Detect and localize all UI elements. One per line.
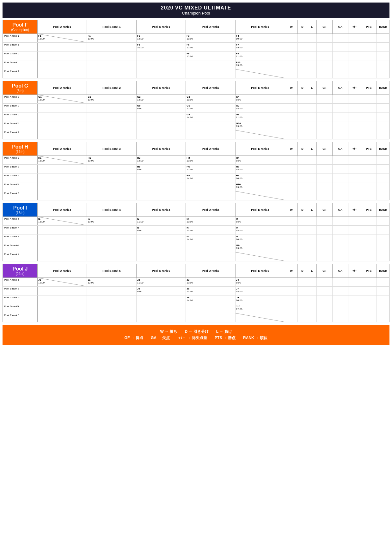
- stat-cell-2-2: [307, 52, 317, 60]
- stat-cell-1-7: [377, 165, 389, 173]
- stat-cell-4-7: [377, 69, 389, 78]
- stat-cell-2-0: [285, 174, 298, 182]
- footer-bar: W → 勝ち D → 引き分け L → 負け GF → 得点 GA → 失点 ＋…: [3, 325, 389, 345]
- team-bracket-2: I814:00I910:00: [38, 234, 285, 243]
- pool-pool_h-stat-headers: WDLGFGA+/−PTSRANK: [285, 142, 389, 155]
- stat-cell-2-1: [298, 52, 307, 60]
- col-header-3: Pool D rank3: [186, 142, 235, 155]
- bracket-cell-0-1: G113:00: [87, 95, 136, 103]
- pool-pool_h-col-headers: Pool A rank 3Pool B rank 3Pool C rank 3P…: [38, 142, 285, 155]
- stat-cell-1-1: [298, 287, 307, 295]
- stat-cell-1-0: [285, 226, 298, 234]
- bracket-cell-1-0: [38, 226, 87, 234]
- bracket-cell-4-2: [137, 252, 186, 261]
- stat-cell-1-6: [361, 43, 377, 51]
- team-label-4: Pool E rank 5: [3, 313, 38, 322]
- team-label-2: Pool C rank 2: [3, 113, 38, 121]
- bracket-cell-1-3: H612:00: [186, 165, 235, 173]
- col-header-4: Pool E rank 3: [236, 142, 285, 155]
- team-stats-2: [285, 295, 389, 304]
- stat-cell-0-4: [333, 278, 348, 286]
- stat-header-pts: PTS: [361, 264, 377, 277]
- stat-cell-0-4: [333, 156, 348, 164]
- bracket-cell-4-0: [38, 313, 87, 322]
- pool-rank: (16th): [15, 211, 25, 215]
- stat-cell-4-7: [377, 191, 389, 200]
- bracket-cell-2-0: [38, 113, 87, 121]
- pool-pool_i-team-rows: Pool A rank 4I113:00I113:00I211:00I310:0…: [3, 217, 389, 261]
- stat-cell-1-6: [361, 287, 377, 295]
- bracket-cell-4-1: [87, 69, 136, 78]
- stat-cell-1-5: [348, 226, 361, 234]
- pool-pool_j-team-rows: Pool A rank 5J112:00J112:00J211:00J310:0…: [3, 278, 389, 322]
- stat-cell-3-0: [285, 182, 298, 191]
- stat-header-d: D: [298, 203, 307, 216]
- stat-header-ga: GA: [333, 81, 348, 94]
- bracket-cell-4-3: [186, 69, 235, 78]
- svg-line-9: [236, 313, 285, 322]
- stat-cell-1-3: [317, 226, 333, 234]
- bracket-cell-4-4: [236, 69, 285, 78]
- bracket-cell-1-2: J59:00: [137, 287, 186, 295]
- bracket-cell-3-3: [186, 304, 235, 313]
- bracket-cell-4-1: [87, 252, 136, 261]
- col-header-4: Pool E rank 4: [236, 203, 285, 216]
- stat-cell-0-2: [307, 217, 317, 225]
- stat-cell-2-2: [307, 174, 317, 182]
- team-row-3: Pool D rank1F1013:00: [3, 60, 389, 69]
- stat-cell-1-1: [298, 226, 307, 234]
- bracket-cell-4-0: [38, 191, 87, 200]
- bracket-cell-2-2: [137, 174, 186, 182]
- stat-cell-1-0: [285, 43, 298, 51]
- stat-cell-1-4: [333, 165, 348, 173]
- stat-header-l: L: [307, 20, 317, 33]
- team-stats-2: [285, 113, 389, 121]
- team-label-2: Pool C rank 5: [3, 295, 38, 304]
- stat-cell-1-2: [307, 43, 317, 51]
- team-label-4: Pool E rank 2: [3, 130, 38, 139]
- stat-cell-2-7: [377, 52, 389, 60]
- stat-cell-4-0: [285, 313, 298, 322]
- stat-cell-4-0: [285, 191, 298, 200]
- team-label-0: Pool A rank 5: [3, 278, 38, 286]
- bracket-cell-4-3: [186, 130, 235, 139]
- bracket-cell-4-4: [236, 252, 285, 261]
- stat-cell-1-7: [377, 104, 389, 112]
- team-bracket-4: [38, 130, 285, 139]
- pool-name: Pool F: [12, 22, 28, 28]
- stat-header-w: W: [285, 264, 298, 277]
- bracket-cell-3-1: [87, 304, 136, 313]
- bracket-cell-0-1: J112:00: [87, 278, 136, 286]
- bracket-cell-4-1: [87, 130, 136, 139]
- stat-cell-2-0: [285, 52, 298, 60]
- team-label-1: Pool B rank 1: [3, 43, 38, 51]
- col-header-1: Pool B rank 3: [87, 142, 136, 155]
- stat-cell-2-1: [298, 234, 307, 243]
- stat-cell-3-1: [298, 182, 307, 191]
- bracket-cell-2-3: J814:00: [186, 295, 235, 304]
- stat-cell-4-5: [348, 69, 361, 78]
- svg-line-6: [38, 217, 87, 225]
- stat-cell-0-6: [361, 217, 377, 225]
- bracket-cell-0-3: H310:00: [186, 156, 235, 164]
- col-header-3: Pool D rank4: [186, 203, 235, 216]
- stat-header-w: W: [285, 20, 298, 33]
- stat-cell-3-7: [377, 121, 389, 130]
- team-bracket-0: J112:00J112:00J211:00J310:00J49:00: [38, 278, 285, 286]
- pool-pool_j-header: Pool J(21st)Pool A rank 5Pool B rank 5Po…: [3, 264, 389, 278]
- team-stats-4: [285, 313, 389, 322]
- stat-cell-0-2: [307, 95, 317, 103]
- bracket-cell-3-0: [38, 243, 87, 252]
- col-header-4: Pool E rank 5: [236, 264, 285, 277]
- team-label-3: Pool D rank2: [3, 121, 38, 130]
- stat-cell-2-7: [377, 234, 389, 243]
- col-header-2: Pool C rank 5: [137, 264, 186, 277]
- bracket-cell-3-4: F1013:00: [236, 60, 285, 69]
- stat-cell-2-0: [285, 113, 298, 121]
- bracket-cell-4-3: [186, 313, 235, 322]
- team-stats-1: [285, 287, 389, 295]
- stat-cell-3-5: [348, 243, 361, 252]
- stat-cell-0-4: [333, 95, 348, 103]
- team-bracket-4: [38, 69, 285, 78]
- bracket-cell-3-4: H1013:00: [236, 182, 285, 191]
